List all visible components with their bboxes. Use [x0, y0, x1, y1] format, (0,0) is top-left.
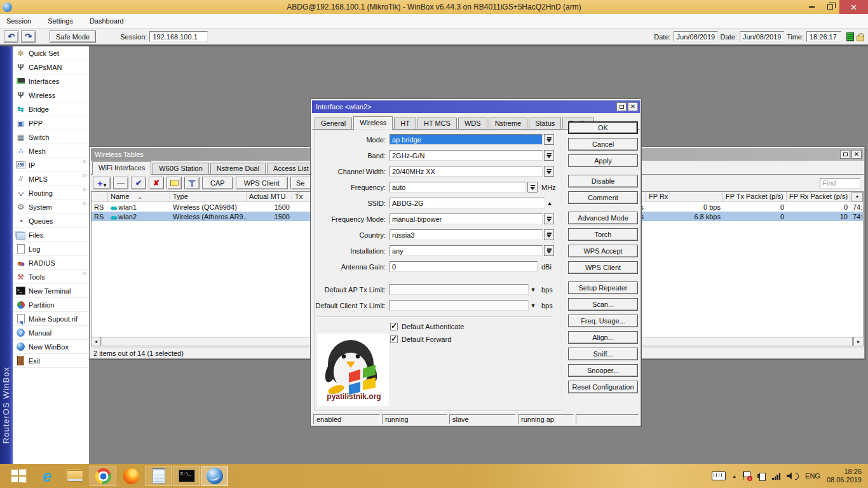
apply-button[interactable]: Apply [568, 154, 638, 167]
taskbar-file-explorer[interactable] [62, 466, 88, 486]
wps-accept-button[interactable]: WPS Accept [568, 245, 638, 257]
enable-button[interactable]: ✔ [131, 177, 146, 189]
dialog-titlebar[interactable]: Interface <wlan2> ✕ [312, 100, 640, 113]
sidebar-item-interfaces[interactable]: Interfaces [13, 74, 89, 88]
tray-clock[interactable]: 18:26 08.06.2019 [827, 468, 862, 484]
frequency-mode-select[interactable]: manual-txpower [390, 214, 543, 224]
sidebar-item-routing[interactable]: Routing▷ [13, 186, 89, 200]
sidebar-item-mpls[interactable]: MPLS▷ [13, 172, 89, 186]
tab-status[interactable]: Status [529, 118, 561, 129]
freq-usage-button[interactable]: Freq. Usage... [568, 315, 638, 327]
close-button[interactable]: ✕ [839, 0, 868, 14]
installation-select[interactable]: any [390, 245, 543, 256]
menu-settings[interactable]: Settings [48, 17, 73, 25]
chevron-down-icon[interactable] [544, 245, 554, 256]
language-indicator[interactable]: ENG [805, 472, 820, 480]
start-button[interactable] [4, 464, 33, 488]
remove-button[interactable]: — [113, 177, 128, 189]
chevron-down-icon[interactable] [527, 182, 538, 193]
sidebar-item-log[interactable]: Log [13, 242, 89, 256]
reset-configuration-button[interactable]: Reset Configuration [568, 381, 638, 393]
snooper-button[interactable]: Snooper... [568, 364, 638, 377]
session-input[interactable]: 192.168.100.1 [149, 31, 208, 42]
column-actual-mtu[interactable]: Actual MTU [247, 192, 292, 201]
sidebar-item-ppp[interactable]: PPP [13, 116, 89, 130]
frequency-select[interactable]: auto [390, 182, 526, 193]
tab-nstreme-dual[interactable]: Nstreme Dual [210, 163, 266, 174]
filter-button[interactable] [184, 177, 200, 189]
column-type[interactable]: Type [170, 192, 247, 201]
close-icon[interactable]: ✕ [851, 150, 862, 159]
chevron-down-icon[interactable]: ▼ [529, 287, 538, 293]
chevron-down-icon[interactable]: ▼ [529, 302, 538, 309]
disable-button[interactable]: Disable [568, 175, 638, 187]
sidebar-item-tools[interactable]: Tools▷ [13, 270, 89, 284]
disable-button[interactable]: ✘ [149, 177, 164, 189]
restore-button[interactable] [821, 0, 839, 14]
chevron-down-icon[interactable] [544, 229, 554, 240]
close-icon[interactable]: ✕ [628, 102, 638, 111]
cap-button[interactable]: CAP [202, 177, 233, 189]
network-bars-icon[interactable] [772, 473, 780, 480]
sidebar-item-system[interactable]: System▷ [13, 200, 89, 214]
column-name[interactable]: Name▲ [108, 192, 170, 201]
find-input[interactable] [820, 178, 860, 189]
channel-width-select[interactable]: 20/40MHz XX [390, 166, 543, 177]
wps-client-button[interactable]: WPS Client [236, 177, 288, 189]
default-ap-tx-limit-input[interactable] [390, 284, 529, 295]
safe-mode-button[interactable]: Safe Mode [50, 30, 96, 43]
advanced-mode-button[interactable]: Advanced Mode [568, 212, 638, 224]
hidden-icons-chevron[interactable]: ▲ [732, 474, 736, 478]
sidebar-item-switch[interactable]: Switch [13, 130, 89, 144]
collapse-up-icon[interactable]: ▲ [545, 200, 554, 207]
chevron-down-icon[interactable] [544, 134, 554, 145]
default-authenticate-checkbox[interactable] [390, 323, 398, 330]
tab-wireless[interactable]: Wireless [353, 116, 393, 130]
taskbar-firefox[interactable] [118, 466, 144, 486]
tab-wifi-interfaces[interactable]: WiFi Interfaces [92, 161, 151, 175]
sidebar-item-radius[interactable]: RADIUS [13, 256, 89, 270]
column-fp-rx-packet[interactable]: FP Rx Packet (p/s) [787, 192, 850, 201]
sidebar-item-capsman[interactable]: CAPsMAN [13, 60, 89, 74]
cancel-button[interactable]: Cancel [568, 138, 638, 151]
taskbar-winbox[interactable] [201, 466, 228, 486]
comment-button[interactable]: Comment [568, 191, 638, 204]
tab-nstreme[interactable]: Nstreme [489, 118, 528, 129]
sidebar-item-ip[interactable]: IP▷ [13, 158, 89, 172]
tab-access-list[interactable]: Access List [267, 163, 315, 174]
action-center-flag-icon[interactable] [743, 471, 751, 480]
chevron-down-icon[interactable] [544, 150, 554, 161]
sidebar-item-wireless[interactable]: Wireless [13, 88, 89, 102]
taskbar-notepad[interactable] [146, 466, 172, 486]
sidebar-item-manual[interactable]: Manual [13, 326, 89, 340]
column-selector-button[interactable]: ▼ [851, 192, 863, 201]
scroll-right-icon[interactable]: ▸ [853, 337, 864, 346]
column-fp-tx-packet[interactable]: FP Tx Packet (p/s) [723, 192, 787, 201]
torch-button[interactable]: Torch [568, 228, 638, 241]
sidebar-item-mesh[interactable]: Mesh [13, 144, 89, 158]
tab-w60g-station[interactable]: W60G Station [153, 163, 208, 174]
sidebar-item-new-winbox[interactable]: New WinBox [13, 340, 89, 354]
sidebar-item-files[interactable]: Files [13, 228, 89, 242]
tab-general[interactable]: General [315, 118, 352, 129]
menu-dashboard[interactable]: Dashboard [90, 17, 124, 25]
undo-button[interactable]: ↶ [4, 30, 18, 43]
tab-wds[interactable]: WDS [458, 118, 487, 129]
comment-button[interactable] [166, 177, 182, 189]
sidebar-item-bridge[interactable]: Bridge [13, 102, 89, 116]
minimize-button[interactable] [803, 0, 821, 14]
antenna-gain-input[interactable]: 0 [390, 261, 538, 272]
ok-button[interactable]: OK [568, 121, 638, 134]
volume-icon[interactable] [787, 472, 799, 480]
sniff-button[interactable]: Sniff... [568, 348, 638, 360]
tab-ht[interactable]: HT [394, 118, 416, 129]
maximize-button[interactable] [616, 102, 627, 111]
sidebar-item-new-terminal[interactable]: New Terminal [13, 284, 89, 298]
sidebar-item-partition[interactable]: Partition [13, 298, 89, 312]
sidebar-item-queues[interactable]: Queues [13, 214, 89, 228]
taskbar-internet-explorer[interactable]: e [34, 466, 60, 486]
column-flags[interactable] [92, 192, 108, 201]
default-forward-checkbox[interactable] [390, 336, 398, 343]
mode-select[interactable]: ap bridge [390, 134, 543, 145]
power-icon[interactable] [757, 472, 766, 480]
